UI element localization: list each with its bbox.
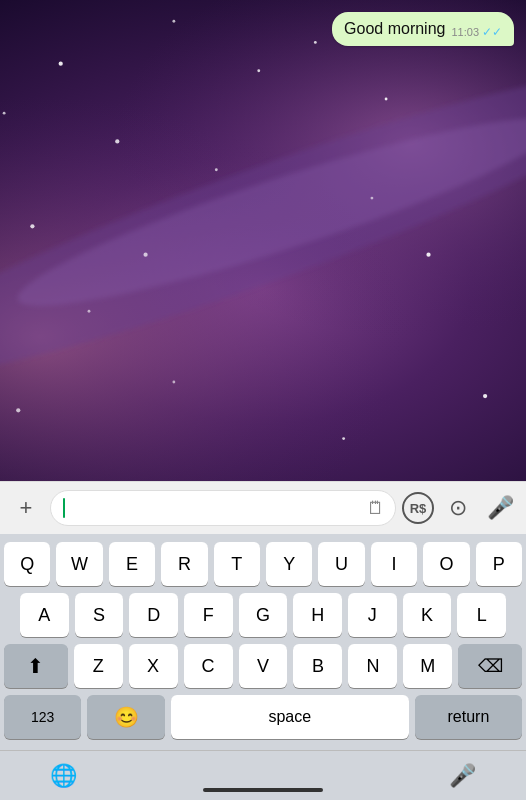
message-meta: 11:03 ✓✓	[451, 26, 502, 38]
message-input[interactable]: 🗒	[50, 490, 396, 526]
key-i[interactable]: I	[371, 542, 417, 586]
keyboard-row-3: ⬆ Z X C V B N M ⌫	[4, 644, 522, 688]
return-key[interactable]: return	[415, 695, 522, 739]
chat-area: Good morning 11:03 ✓✓	[0, 0, 526, 481]
home-indicator	[203, 788, 323, 792]
bottom-bar: 🌐 🎤	[0, 750, 526, 800]
message-text: Good morning	[344, 20, 445, 38]
message-bubble-container: Good morning 11:03 ✓✓	[332, 12, 514, 46]
numbers-key[interactable]: 123	[4, 695, 81, 739]
bottom-mic-icon[interactable]: 🎤	[449, 763, 476, 789]
key-a[interactable]: A	[20, 593, 69, 637]
key-j[interactable]: J	[348, 593, 397, 637]
key-c[interactable]: C	[184, 644, 233, 688]
bottom-bar-wrapper: 🌐 🎤	[0, 750, 526, 800]
svg-point-7	[172, 20, 175, 23]
double-check-icon: ✓✓	[482, 26, 502, 38]
galaxy-background	[0, 0, 526, 481]
key-z[interactable]: Z	[74, 644, 123, 688]
key-w[interactable]: W	[56, 542, 102, 586]
camera-button[interactable]: ⊙	[440, 490, 476, 526]
shift-key[interactable]: ⬆	[4, 644, 68, 688]
pix-icon: R$	[410, 501, 427, 516]
key-n[interactable]: N	[348, 644, 397, 688]
mic-icon: 🎤	[487, 495, 514, 521]
emoji-key[interactable]: 😊	[87, 695, 164, 739]
svg-point-17	[215, 168, 218, 171]
text-cursor	[63, 498, 65, 518]
message-time: 11:03	[451, 26, 479, 38]
key-l[interactable]: L	[457, 593, 506, 637]
key-t[interactable]: T	[214, 542, 260, 586]
key-o[interactable]: O	[423, 542, 469, 586]
globe-icon[interactable]: 🌐	[50, 763, 77, 789]
svg-point-13	[385, 98, 388, 101]
svg-point-21	[426, 253, 430, 257]
key-h[interactable]: H	[293, 593, 342, 637]
sticker-icon[interactable]: 🗒	[367, 498, 385, 519]
svg-point-24	[16, 408, 20, 412]
keyboard-row-1: Q W E R T Y U I O P	[4, 542, 522, 586]
svg-point-29	[257, 69, 260, 72]
keyboard-row-2: A S D F G H J K L	[4, 593, 522, 637]
svg-point-12	[115, 139, 119, 143]
camera-icon: ⊙	[449, 495, 467, 521]
svg-point-16	[30, 224, 34, 228]
key-p[interactable]: P	[476, 542, 522, 586]
svg-point-11	[3, 112, 6, 115]
key-y[interactable]: Y	[266, 542, 312, 586]
key-r[interactable]: R	[161, 542, 207, 586]
svg-point-25	[172, 381, 175, 384]
svg-point-27	[483, 394, 487, 398]
key-q[interactable]: Q	[4, 542, 50, 586]
message-bubble: Good morning 11:03 ✓✓	[332, 12, 514, 46]
key-b[interactable]: B	[293, 644, 342, 688]
plus-icon: +	[20, 495, 33, 521]
input-toolbar: + 🗒 R$ ⊙ 🎤	[0, 481, 526, 534]
key-u[interactable]: U	[318, 542, 364, 586]
pix-button[interactable]: R$	[402, 492, 434, 524]
space-key[interactable]: space	[171, 695, 409, 739]
backspace-key[interactable]: ⌫	[458, 644, 522, 688]
key-k[interactable]: K	[403, 593, 452, 637]
key-v[interactable]: V	[239, 644, 288, 688]
numbers-key-label: 123	[31, 709, 54, 725]
svg-point-20	[88, 310, 91, 313]
space-key-label: space	[268, 708, 311, 726]
svg-point-26	[342, 437, 345, 440]
return-key-label: return	[448, 708, 490, 726]
plus-button[interactable]: +	[8, 490, 44, 526]
keyboard-row-4: 123 😊 space return	[4, 695, 522, 739]
svg-point-6	[59, 62, 63, 66]
key-x[interactable]: X	[129, 644, 178, 688]
svg-point-31	[143, 253, 147, 257]
key-d[interactable]: D	[129, 593, 178, 637]
key-s[interactable]: S	[75, 593, 124, 637]
svg-point-30	[371, 197, 374, 200]
svg-point-8	[314, 41, 317, 44]
key-g[interactable]: G	[239, 593, 288, 637]
emoji-key-icon: 😊	[114, 705, 139, 729]
keyboard: Q W E R T Y U I O P A S D F G H J K L ⬆ …	[0, 534, 526, 750]
key-e[interactable]: E	[109, 542, 155, 586]
key-m[interactable]: M	[403, 644, 452, 688]
key-f[interactable]: F	[184, 593, 233, 637]
mic-button[interactable]: 🎤	[482, 490, 518, 526]
